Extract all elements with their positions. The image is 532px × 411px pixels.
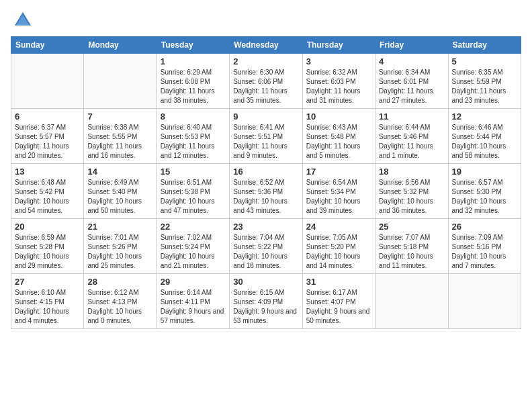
logo-icon: [13, 11, 32, 30]
calendar-cell: 6Sunrise: 6:37 AM Sunset: 5:57 PM Daylig…: [11, 109, 84, 164]
day-number: 21: [87, 222, 152, 232]
day-info: Sunrise: 6:48 AM Sunset: 5:42 PM Dayligh…: [15, 178, 80, 216]
day-header-saturday: Saturday: [448, 37, 521, 54]
day-number: 11: [379, 111, 444, 122]
day-info: Sunrise: 7:09 AM Sunset: 5:16 PM Dayligh…: [452, 233, 517, 271]
day-number: 8: [161, 111, 226, 122]
day-info: Sunrise: 6:29 AM Sunset: 6:08 PM Dayligh…: [161, 68, 226, 105]
calendar-cell: 2Sunrise: 6:30 AM Sunset: 6:06 PM Daylig…: [230, 54, 302, 109]
calendar-cell: [11, 54, 84, 109]
day-header-sunday: Sunday: [11, 37, 84, 54]
day-info: Sunrise: 6:49 AM Sunset: 5:40 PM Dayligh…: [87, 178, 152, 216]
calendar-week-4: 20Sunrise: 6:59 AM Sunset: 5:28 PM Dayli…: [11, 219, 521, 274]
calendar-cell: 12Sunrise: 6:46 AM Sunset: 5:44 PM Dayli…: [448, 109, 521, 164]
day-info: Sunrise: 6:34 AM Sunset: 6:01 PM Dayligh…: [379, 68, 444, 105]
logo: [11, 11, 32, 30]
day-info: Sunrise: 7:07 AM Sunset: 5:18 PM Dayligh…: [379, 233, 444, 271]
day-number: 31: [306, 277, 371, 287]
day-info: Sunrise: 6:37 AM Sunset: 5:57 PM Dayligh…: [15, 123, 80, 161]
calendar-cell: 28Sunrise: 6:12 AM Sunset: 4:13 PM Dayli…: [84, 274, 157, 329]
calendar-cell: 30Sunrise: 6:15 AM Sunset: 4:09 PM Dayli…: [230, 274, 302, 329]
calendar-cell: 29Sunrise: 6:14 AM Sunset: 4:11 PM Dayli…: [157, 274, 229, 329]
day-number: 23: [233, 222, 298, 232]
calendar-header-row: SundayMondayTuesdayWednesdayThursdayFrid…: [11, 37, 521, 54]
day-info: Sunrise: 6:30 AM Sunset: 6:06 PM Dayligh…: [233, 68, 298, 105]
calendar-cell: 26Sunrise: 7:09 AM Sunset: 5:16 PM Dayli…: [448, 219, 521, 274]
calendar-cell: 27Sunrise: 6:10 AM Sunset: 4:15 PM Dayli…: [11, 274, 84, 329]
day-info: Sunrise: 6:59 AM Sunset: 5:28 PM Dayligh…: [15, 233, 80, 271]
day-header-wednesday: Wednesday: [230, 37, 302, 54]
calendar-cell: 24Sunrise: 7:05 AM Sunset: 5:20 PM Dayli…: [302, 219, 375, 274]
calendar-cell: 5Sunrise: 6:35 AM Sunset: 5:59 PM Daylig…: [448, 54, 521, 109]
day-number: 20: [15, 222, 80, 232]
day-info: Sunrise: 6:41 AM Sunset: 5:51 PM Dayligh…: [233, 123, 298, 161]
day-info: Sunrise: 6:40 AM Sunset: 5:53 PM Dayligh…: [161, 123, 226, 161]
page-header: [11, 11, 521, 30]
day-number: 28: [87, 277, 152, 287]
day-number: 2: [233, 56, 298, 66]
calendar-cell: 1Sunrise: 6:29 AM Sunset: 6:08 PM Daylig…: [157, 54, 229, 109]
calendar-cell: 23Sunrise: 7:04 AM Sunset: 5:22 PM Dayli…: [230, 219, 302, 274]
day-number: 22: [161, 222, 226, 232]
day-number: 14: [87, 167, 152, 177]
day-number: 7: [87, 111, 152, 122]
day-number: 3: [306, 56, 371, 66]
calendar-cell: 14Sunrise: 6:49 AM Sunset: 5:40 PM Dayli…: [84, 164, 157, 219]
day-number: 19: [452, 167, 517, 177]
day-info: Sunrise: 6:46 AM Sunset: 5:44 PM Dayligh…: [452, 123, 517, 161]
day-number: 26: [452, 222, 517, 232]
day-number: 4: [379, 56, 444, 66]
day-number: 24: [306, 222, 371, 232]
calendar-cell: 4Sunrise: 6:34 AM Sunset: 6:01 PM Daylig…: [375, 54, 448, 109]
calendar-cell: 11Sunrise: 6:44 AM Sunset: 5:46 PM Dayli…: [375, 109, 448, 164]
calendar-cell: 8Sunrise: 6:40 AM Sunset: 5:53 PM Daylig…: [157, 109, 229, 164]
calendar-week-5: 27Sunrise: 6:10 AM Sunset: 4:15 PM Dayli…: [11, 274, 521, 329]
day-info: Sunrise: 7:04 AM Sunset: 5:22 PM Dayligh…: [233, 233, 298, 271]
day-number: 27: [15, 277, 80, 287]
day-header-friday: Friday: [375, 37, 448, 54]
calendar-week-2: 6Sunrise: 6:37 AM Sunset: 5:57 PM Daylig…: [11, 109, 521, 164]
day-info: Sunrise: 6:32 AM Sunset: 6:03 PM Dayligh…: [306, 68, 371, 105]
calendar-cell: 19Sunrise: 6:57 AM Sunset: 5:30 PM Dayli…: [448, 164, 521, 219]
calendar-cell: 15Sunrise: 6:51 AM Sunset: 5:38 PM Dayli…: [157, 164, 229, 219]
calendar-cell: 21Sunrise: 7:01 AM Sunset: 5:26 PM Dayli…: [84, 219, 157, 274]
calendar-cell: 10Sunrise: 6:43 AM Sunset: 5:48 PM Dayli…: [302, 109, 375, 164]
day-number: 6: [15, 111, 80, 122]
day-number: 29: [161, 277, 226, 287]
day-info: Sunrise: 6:57 AM Sunset: 5:30 PM Dayligh…: [452, 178, 517, 216]
day-info: Sunrise: 6:51 AM Sunset: 5:38 PM Dayligh…: [161, 178, 226, 216]
calendar-cell: 18Sunrise: 6:56 AM Sunset: 5:32 PM Dayli…: [375, 164, 448, 219]
calendar-cell: [448, 274, 521, 329]
day-info: Sunrise: 6:38 AM Sunset: 5:55 PM Dayligh…: [87, 123, 152, 161]
day-header-monday: Monday: [84, 37, 157, 54]
calendar-cell: 31Sunrise: 6:17 AM Sunset: 4:07 PM Dayli…: [302, 274, 375, 329]
day-number: 30: [233, 277, 298, 287]
calendar-cell: 13Sunrise: 6:48 AM Sunset: 5:42 PM Dayli…: [11, 164, 84, 219]
calendar-cell: 22Sunrise: 7:02 AM Sunset: 5:24 PM Dayli…: [157, 219, 229, 274]
calendar-cell: 16Sunrise: 6:52 AM Sunset: 5:36 PM Dayli…: [230, 164, 302, 219]
day-number: 15: [161, 167, 226, 177]
day-info: Sunrise: 6:54 AM Sunset: 5:34 PM Dayligh…: [306, 178, 371, 216]
day-info: Sunrise: 6:43 AM Sunset: 5:48 PM Dayligh…: [306, 123, 371, 161]
calendar-table: SundayMondayTuesdayWednesdayThursdayFrid…: [11, 36, 521, 329]
day-number: 9: [233, 111, 298, 122]
calendar-cell: 7Sunrise: 6:38 AM Sunset: 5:55 PM Daylig…: [84, 109, 157, 164]
calendar-week-3: 13Sunrise: 6:48 AM Sunset: 5:42 PM Dayli…: [11, 164, 521, 219]
day-number: 1: [161, 56, 226, 66]
day-info: Sunrise: 6:12 AM Sunset: 4:13 PM Dayligh…: [87, 288, 152, 326]
day-header-thursday: Thursday: [302, 37, 375, 54]
day-info: Sunrise: 6:44 AM Sunset: 5:46 PM Dayligh…: [379, 123, 444, 161]
day-number: 25: [379, 222, 444, 232]
calendar-cell: 20Sunrise: 6:59 AM Sunset: 5:28 PM Dayli…: [11, 219, 84, 274]
day-header-tuesday: Tuesday: [157, 37, 229, 54]
day-info: Sunrise: 6:52 AM Sunset: 5:36 PM Dayligh…: [233, 178, 298, 216]
day-number: 5: [452, 56, 517, 66]
day-info: Sunrise: 6:10 AM Sunset: 4:15 PM Dayligh…: [15, 288, 80, 326]
day-info: Sunrise: 6:17 AM Sunset: 4:07 PM Dayligh…: [306, 288, 371, 326]
calendar-cell: 9Sunrise: 6:41 AM Sunset: 5:51 PM Daylig…: [230, 109, 302, 164]
day-info: Sunrise: 7:05 AM Sunset: 5:20 PM Dayligh…: [306, 233, 371, 271]
day-info: Sunrise: 7:01 AM Sunset: 5:26 PM Dayligh…: [87, 233, 152, 271]
calendar-cell: 17Sunrise: 6:54 AM Sunset: 5:34 PM Dayli…: [302, 164, 375, 219]
day-info: Sunrise: 7:02 AM Sunset: 5:24 PM Dayligh…: [161, 233, 226, 271]
day-info: Sunrise: 6:56 AM Sunset: 5:32 PM Dayligh…: [379, 178, 444, 216]
